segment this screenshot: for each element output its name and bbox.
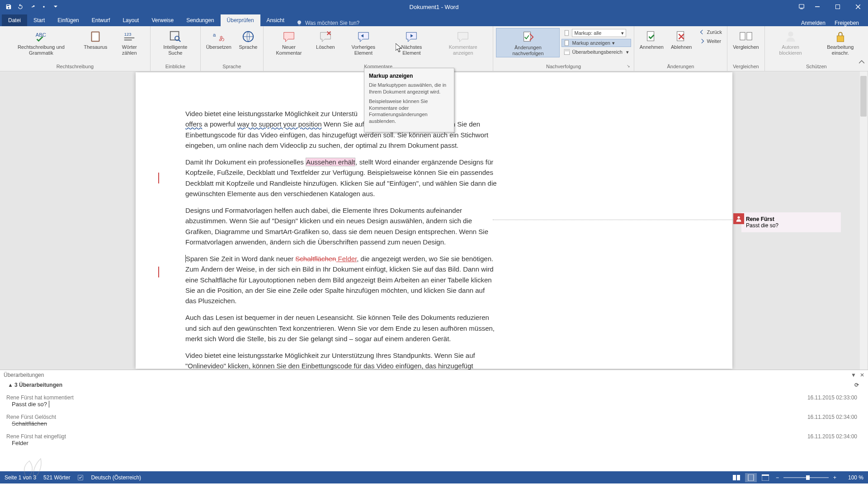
paragraph[interactable]: Designs und Formatvorlagen helfen auch d… <box>185 205 497 247</box>
undo-button[interactable] <box>15 2 25 12</box>
svg-rect-16 <box>565 30 569 36</box>
refresh-icon[interactable]: ⟳ <box>854 382 859 388</box>
touch-mode-button[interactable] <box>39 2 49 12</box>
chevron-down-icon[interactable]: ▼ <box>851 372 856 378</box>
save-button[interactable] <box>4 2 14 12</box>
tab-design[interactable]: Entwurf <box>85 14 117 26</box>
block-authors-button[interactable]: Autoren blockieren <box>768 28 814 56</box>
svg-rect-30 <box>748 474 754 481</box>
show-markup-button[interactable]: Markup anzeigen ▾ <box>561 39 631 47</box>
watermark-icon <box>18 456 50 471</box>
revision-item[interactable]: Rene Fürst Gelöscht Schaltflächen 16.11.… <box>6 411 862 431</box>
quick-access-toolbar <box>0 2 61 12</box>
app-title: Dokument1 - Word <box>410 4 459 10</box>
titlebar: Dokument1 - Word <box>0 0 868 14</box>
track-changes-icon <box>521 30 535 44</box>
proofing-icon[interactable] <box>77 474 84 481</box>
page-icon <box>564 30 570 36</box>
tab-layout[interactable]: Layout <box>116 14 145 26</box>
new-comment-button[interactable]: Neuer Kommentar <box>266 28 311 56</box>
markup-display-combo[interactable]: Markup: alle▾ <box>561 28 631 38</box>
accept-icon <box>645 30 658 43</box>
minimize-button[interactable] <box>807 0 827 14</box>
restrict-editing-button[interactable]: Bearbeitung einschr. <box>816 28 865 56</box>
svg-rect-22 <box>740 33 745 40</box>
group-insights: Intelligente Suche Einblicke <box>151 26 201 71</box>
translate-button[interactable]: aあ Übersetzen <box>203 28 234 51</box>
revisions-count-row[interactable]: ▴ 3 Überarbeitungen ⟳ <box>0 380 868 390</box>
svg-rect-15 <box>524 32 531 42</box>
translate-icon: aあ <box>212 30 226 43</box>
page-icon <box>564 40 570 46</box>
word-count-button[interactable]: 123 Wörter zählen <box>112 28 147 56</box>
paragraph[interactable]: Video bietet eine leistungsstarke Möglic… <box>185 350 497 370</box>
delete-comment-icon <box>319 30 332 43</box>
svg-rect-28 <box>733 475 736 480</box>
group-compare: Vergleichen Vergleichen <box>727 26 765 71</box>
read-mode-button[interactable] <box>731 473 742 482</box>
svg-point-0 <box>43 6 45 8</box>
language-button[interactable]: Sprache <box>236 28 260 51</box>
print-layout-button[interactable] <box>745 473 757 482</box>
avatar <box>733 213 744 224</box>
share-button[interactable]: Freigeben <box>835 20 859 26</box>
web-layout-button[interactable] <box>760 473 771 482</box>
comment-bubble[interactable]: Rene Fürst Passt die so? <box>741 212 841 232</box>
tab-references[interactable]: Verweise <box>145 14 180 26</box>
zoom-slider-thumb[interactable] <box>806 475 810 480</box>
dialog-launcher-icon[interactable]: ↘ <box>627 64 632 69</box>
ribbon-display-options-icon[interactable] <box>798 4 805 10</box>
track-changes-button[interactable]: Änderungen nachverfolgen <box>496 28 560 57</box>
next-change-button[interactable]: Weiter <box>697 37 725 45</box>
chevron-down-icon: ▾ <box>621 30 624 36</box>
paragraph[interactable]: Auch das Lesen ist bequemer in der neuen… <box>185 312 497 344</box>
thesaurus-button[interactable]: Thesaurus <box>81 28 110 51</box>
show-comments-icon <box>456 30 470 43</box>
delete-comment-button[interactable]: Löschen <box>313 28 338 51</box>
scrollbar-thumb[interactable] <box>860 76 867 117</box>
qat-customize-button[interactable] <box>51 2 61 12</box>
close-pane-icon[interactable]: ✕ <box>860 372 864 378</box>
compare-button[interactable]: Vergleichen <box>730 28 762 51</box>
tab-start[interactable]: Start <box>27 14 51 26</box>
tab-mailings[interactable]: Sendungen <box>180 14 220 26</box>
compare-icon <box>739 30 753 43</box>
smart-lookup-button[interactable]: Intelligente Suche <box>153 28 198 56</box>
zoom-slider[interactable] <box>783 477 829 478</box>
tab-file[interactable]: Datei <box>2 14 27 26</box>
paragraph[interactable]: Sparen Sie Zeit in Word dank neuer Schal… <box>185 253 497 306</box>
prev-change-button[interactable]: Zurück <box>697 28 725 36</box>
spelling-button[interactable]: ABC Rechtschreibung und Grammatik <box>3 28 80 56</box>
svg-text:ABC: ABC <box>36 32 46 38</box>
show-comments-button[interactable]: Kommentare anzeigen <box>436 28 490 56</box>
commented-range[interactable]: Aussehen erhält <box>306 158 355 166</box>
tell-me-search[interactable]: Was möchten Sie tun? <box>296 20 359 26</box>
close-button[interactable] <box>848 0 868 14</box>
zoom-in-button[interactable]: + <box>831 474 838 481</box>
group-tracking: Änderungen nachverfolgen Markup: alle▾ M… <box>493 26 634 71</box>
svg-rect-6 <box>92 33 99 41</box>
zoom-level[interactable]: 100 % <box>841 474 863 481</box>
tab-insert[interactable]: Einfügen <box>51 14 85 26</box>
collapse-ribbon-icon[interactable] <box>859 60 864 65</box>
reviewing-pane-button[interactable]: Überarbeitungsbereich ▾ <box>561 48 631 56</box>
pane-icon <box>564 49 570 55</box>
redo-button[interactable] <box>27 2 37 12</box>
group-proofing: ABC Rechtschreibung und Grammatik Thesau… <box>0 26 151 71</box>
vertical-scrollbar[interactable] <box>860 71 867 370</box>
reject-button[interactable]: Ablehnen <box>668 28 695 51</box>
paragraph[interactable]: Damit Ihr Dokument ein professionelles A… <box>185 157 497 199</box>
svg-rect-17 <box>565 40 569 46</box>
sign-in-link[interactable]: Anmelden <box>801 20 826 26</box>
accept-button[interactable]: Annehmen <box>637 28 666 51</box>
smartlookup-icon <box>169 30 182 43</box>
tab-review[interactable]: Überprüfen <box>221 14 260 26</box>
revision-item[interactable]: Rene Fürst hat eingefügt Felder 16.11.20… <box>6 431 862 450</box>
maximize-button[interactable] <box>827 0 848 14</box>
zoom-out-button[interactable]: − <box>774 474 781 481</box>
revision-item[interactable]: Rene Fürst hat kommentiert Passt die so?… <box>6 392 862 411</box>
language-indicator[interactable]: Deutsch (Österreich) <box>91 474 141 481</box>
svg-rect-9 <box>124 40 132 41</box>
tab-view[interactable]: Ansicht <box>260 14 291 26</box>
prev-comment-button[interactable]: Vorheriges Element <box>340 28 387 56</box>
